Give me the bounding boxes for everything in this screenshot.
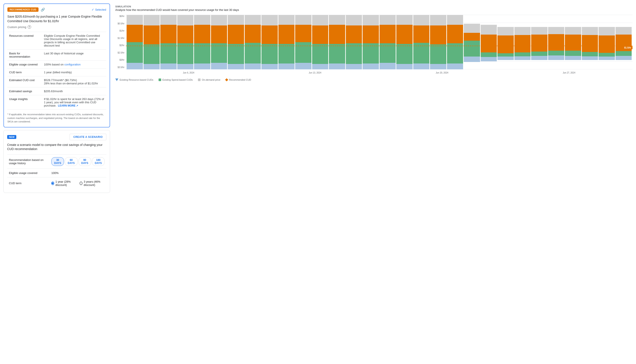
bar-segment-blue: [194, 64, 210, 70]
bar-stack: [312, 15, 328, 69]
bar-segment-blue: [160, 64, 176, 70]
x-label: Jun 6, 2024: [183, 72, 194, 74]
day-btn-180[interactable]: 180 DAYS: [92, 157, 104, 166]
bar-segment-orange: [211, 26, 227, 44]
bar-stack: [447, 15, 463, 69]
bar-segment-orange: [430, 26, 446, 44]
bar-stack: [126, 15, 143, 69]
bar-segment-green: [464, 41, 480, 57]
bar-segment-green: [211, 43, 227, 63]
bar-segment-gray: [514, 27, 531, 35]
row-label: Recommendation based on usage history: [7, 154, 50, 168]
bar-group: [126, 15, 143, 69]
bar-segment-blue: [481, 57, 497, 62]
bar-segment-gray: [211, 15, 227, 26]
bar-stack: [160, 15, 176, 69]
diamond-icon: [225, 78, 228, 81]
details-table: Resources covered Eligible Compute Engin…: [8, 32, 106, 110]
bar-stack: [329, 15, 345, 69]
bar-segment-green: [396, 44, 412, 64]
bar-segment-green: [346, 43, 362, 64]
bar-segment-gray: [346, 15, 362, 26]
simulation-label: Simulation: [115, 5, 632, 8]
bar-stack: [278, 15, 295, 69]
bar-group: [211, 15, 227, 69]
help-icon[interactable]: ?: [28, 25, 31, 29]
bar-segment-orange: [498, 36, 514, 53]
bar-segment-green: [531, 52, 548, 56]
bar-segment-green: [295, 42, 312, 63]
custom-pricing-row: Custom pricing ?: [8, 25, 106, 29]
bar-segment-green: [262, 44, 278, 64]
bar-segment-blue: [464, 56, 480, 62]
left-panel: RECOMMENDED CUD 🔗 ✓ Selected Save $205.6…: [4, 4, 110, 360]
bar-segment-green: [514, 52, 531, 56]
bar-stack: [565, 27, 581, 69]
bar-segment-blue: [278, 64, 295, 70]
day-btn-30[interactable]: 30 DAYS: [51, 157, 64, 166]
bar-group: [278, 15, 295, 69]
bar-segment-orange: [464, 33, 480, 41]
bar-segment-blue: [548, 56, 564, 60]
bar-segment-green: [278, 44, 295, 64]
bar-segment-gray: [481, 25, 497, 34]
row-value: 1 year (billed monthly): [42, 68, 106, 76]
day-btn-60[interactable]: 60 DAYS: [65, 157, 78, 166]
bar-segment-gray: [548, 27, 564, 34]
bar-group: [362, 15, 379, 69]
legend-spend-cuds: Existing Spend-based CUDs: [158, 78, 193, 81]
bar-group: [160, 15, 176, 69]
y-label: $3.5/hr: [115, 66, 126, 68]
configuration-link[interactable]: configuration: [64, 63, 80, 66]
bar-segment-blue: [126, 63, 143, 69]
day-btn-90[interactable]: 90 DAYS: [78, 157, 91, 166]
row-value: Last 30 days of historical usage: [42, 50, 106, 61]
bar-stack: [514, 27, 531, 69]
bar-group: [295, 15, 312, 69]
bar-segment-gray: [126, 15, 143, 25]
learn-more-link[interactable]: LEARN MORE ↗: [58, 104, 78, 107]
recommendation-card: RECOMMENDED CUD 🔗 ✓ Selected Save $205.6…: [4, 4, 110, 128]
bar-group: [228, 15, 244, 69]
legend-recommended-cud: Recommended CUD: [226, 78, 251, 81]
legend-label: Recommended CUD: [229, 78, 251, 81]
rec-badge-left: RECOMMENDED CUD 🔗: [8, 8, 45, 12]
bar-segment-gray: [194, 15, 210, 25]
table-row: Estimated savings $205.63/month: [8, 88, 106, 95]
row-label: CUD term: [7, 177, 50, 189]
row-label: Usage insights: [8, 95, 42, 110]
dashed-value-label: $1.5/hr: [623, 46, 632, 49]
row-label: Basis forrecommendation: [8, 50, 42, 61]
bar-group: [396, 15, 412, 69]
bar-group: [312, 15, 328, 69]
radio-circle-selected: [51, 182, 54, 185]
bar-segment-gray: [295, 15, 312, 25]
chart-legend: Existing Resource-based CUDs Existing Sp…: [115, 78, 632, 81]
row-label: Resources covered: [8, 32, 42, 50]
bar-segment-blue: [498, 56, 514, 60]
bar-segment-green: [616, 51, 632, 56]
rec-card-header: RECOMMENDED CUD 🔗 ✓ Selected: [8, 8, 106, 12]
table-row: Eligible usage covered 100% based on con…: [8, 61, 106, 68]
radio-1year[interactable]: 1 year (28% discount): [51, 180, 75, 186]
legend-resource-cuds: Existing Resource-based CUDs: [115, 78, 153, 81]
bar-segment-orange: [481, 34, 497, 52]
create-scenario-button[interactable]: CREATE A SCENARIO: [70, 134, 106, 140]
bar-segment-orange: [245, 25, 261, 43]
bar-segment-green: [312, 44, 328, 64]
bar-segment-green: [481, 52, 497, 57]
bar-stack: [245, 15, 261, 69]
radio-group: 1 year (28% discount) 3 years (46% disco…: [51, 180, 104, 186]
scenario-table: Recommendation based on usage history 30…: [7, 154, 106, 189]
triangle-icon: [115, 78, 118, 81]
bar-segment-green: [362, 43, 379, 64]
link-icon[interactable]: 🔗: [41, 8, 45, 12]
bar-segment-gray: [329, 15, 345, 25]
bar-group: [464, 15, 480, 69]
legend-label: On-demand price: [202, 78, 220, 81]
bar-stack: [177, 15, 194, 69]
bar-stack: [380, 15, 396, 69]
radio-3year[interactable]: 3 years (46% discount): [80, 180, 104, 186]
y-axis: $3.5/hr $3/hr $2.5/hr $2/hr $1.5/hr $1/h…: [115, 15, 126, 69]
table-row: Basis forrecommendation Last 30 days of …: [8, 50, 106, 61]
